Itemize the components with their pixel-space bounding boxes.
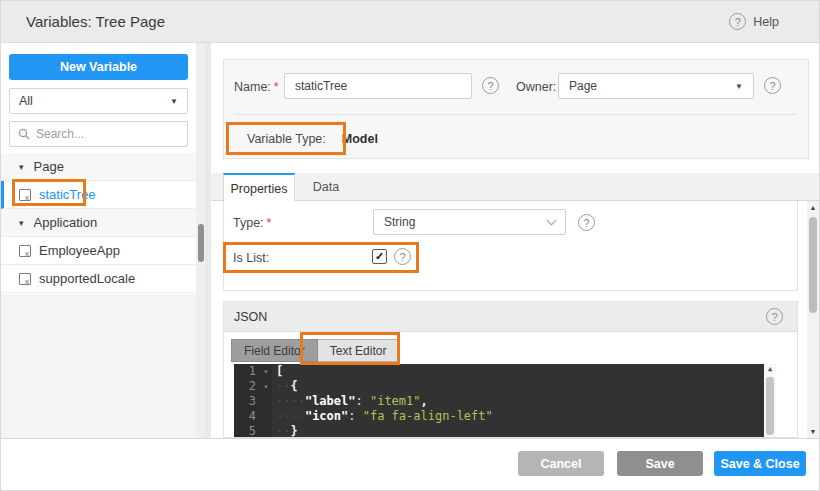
tree-item-label: staticTree — [39, 187, 96, 202]
form-divider — [234, 114, 796, 115]
search-icon — [18, 128, 30, 140]
help-label: Help — [753, 15, 779, 29]
code-line: 3····"label": "item1", — [234, 394, 776, 409]
json-header: JSON — [224, 302, 797, 332]
code-line: 5··} — [234, 424, 776, 438]
json-title: JSON — [234, 310, 267, 324]
model-variable-icon — [19, 273, 31, 285]
type-label: Type:* — [233, 216, 271, 230]
footer-action-bar: Cancel Save Save & Close — [1, 438, 820, 491]
tree-group-label: Application — [34, 215, 98, 230]
tree-group-application[interactable]: ▾ Application — [1, 209, 196, 237]
select-arrow-icon: ▼ — [170, 97, 178, 106]
owner-value: Page — [569, 79, 597, 93]
sidebar-scrollbar-thumb[interactable] — [198, 224, 204, 262]
editor-scroll-up-icon[interactable]: ▲ — [764, 365, 776, 373]
tree-group-label: Page — [34, 159, 64, 174]
caret-down-icon: ▾ — [19, 162, 24, 172]
caret-down-icon: ▾ — [19, 218, 24, 228]
tree-item-label: supportedLocale — [39, 271, 135, 286]
variable-form-panel: Name:* ? Owner:* Page ▼ ? Variable Type:… — [223, 59, 809, 159]
search-input[interactable] — [36, 127, 179, 141]
type-select[interactable]: String — [373, 209, 566, 235]
tree-item-label: EmployeeApp — [39, 243, 120, 258]
fold-caret-icon[interactable]: ▾ — [260, 379, 272, 394]
type-help-icon[interactable]: ? — [578, 214, 595, 231]
tree-item-employeeapp[interactable]: EmployeeApp — [1, 237, 196, 265]
tree-item-statictree[interactable]: staticTree — [1, 181, 196, 209]
text-editor-button[interactable]: Text Editor — [318, 339, 400, 362]
code-line: 1▾[ — [234, 364, 776, 379]
help-question-icon: ? — [729, 13, 746, 30]
editor-scrollbar-track[interactable]: ▲ — [764, 364, 776, 438]
tab-properties-label: Properties — [231, 182, 288, 196]
owner-select[interactable]: Page ▼ — [558, 73, 754, 99]
name-label: Name:* — [234, 80, 279, 94]
name-input[interactable] — [284, 73, 472, 99]
required-marker: * — [267, 216, 272, 230]
save-and-close-button[interactable]: Save & Close — [714, 451, 806, 476]
new-variable-button[interactable]: New Variable — [9, 54, 188, 80]
owner-help-icon[interactable]: ? — [764, 77, 781, 94]
variables-dialog: Variables: Tree Page ? Help New Variable… — [0, 0, 820, 491]
json-help-icon[interactable]: ? — [766, 308, 783, 325]
owner-label: Owner:* — [516, 80, 564, 94]
variables-tree: ▾ Page staticTree ▾ Application Employee… — [1, 153, 196, 293]
sidebar-divider — [205, 43, 211, 438]
model-variable-icon — [19, 189, 31, 201]
editor-mode-toggle: Field Editor Text Editor — [231, 339, 399, 362]
content-scrollbar-thumb[interactable] — [809, 217, 817, 313]
variable-filter-select[interactable]: All ▼ — [9, 88, 188, 114]
select-arrow-icon: ▼ — [735, 82, 743, 91]
tab-bar: Properties Data — [211, 173, 820, 201]
cancel-button[interactable]: Cancel — [518, 451, 604, 476]
save-button[interactable]: Save — [617, 451, 703, 476]
is-list-label: Is List: — [233, 251, 269, 265]
filter-value: All — [19, 94, 33, 108]
code-line: 2▾··{ — [234, 379, 776, 394]
dialog-header: Variables: Tree Page ? Help — [1, 1, 820, 43]
sidebar-content: New Variable All ▼ ▾ Page static — [1, 43, 196, 294]
required-marker: * — [274, 80, 279, 94]
line-number: 5 — [234, 424, 260, 438]
line-number: 2 — [234, 379, 260, 394]
editor-scrollbar-thumb[interactable] — [766, 377, 774, 435]
page-title: Variables: Tree Page — [26, 13, 165, 30]
variable-type-label: Variable Type: — [247, 132, 326, 146]
search-box — [9, 121, 188, 147]
code-line: 4····"icon": "fa fa-align-left" — [234, 409, 776, 424]
variable-type-row: Variable Type: Model — [238, 125, 378, 153]
model-variable-icon — [19, 245, 31, 257]
line-number: 3 — [234, 394, 260, 409]
json-code-editor[interactable]: 1▾[ 2▾··{ 3····"label": "item1", 4····"i… — [234, 364, 776, 438]
line-number: 4 — [234, 409, 260, 424]
tab-data[interactable]: Data — [295, 173, 357, 201]
line-number: 1 — [234, 364, 260, 379]
tree-group-page[interactable]: ▾ Page — [1, 153, 196, 181]
fold-caret-icon[interactable]: ▾ — [260, 364, 272, 379]
is-list-help-icon[interactable]: ? — [394, 248, 411, 265]
type-value: String — [384, 215, 415, 229]
tree-item-supportedlocale[interactable]: supportedLocale — [1, 265, 196, 293]
is-list-checkbox[interactable]: ✓ — [372, 249, 387, 264]
variables-sidebar: New Variable All ▼ ▾ Page static — [1, 43, 211, 438]
help-link[interactable]: ? Help — [729, 13, 779, 30]
json-section: JSON ? Field Editor Text Editor 1▾[ 2▾··… — [223, 301, 798, 438]
content-scrollbar-track[interactable]: ▲ ▼ — [807, 201, 819, 438]
scroll-up-icon[interactable]: ▲ — [807, 204, 819, 211]
name-help-icon[interactable]: ? — [482, 77, 499, 94]
chevron-down-icon — [547, 216, 557, 226]
field-editor-button[interactable]: Field Editor — [231, 339, 318, 362]
scroll-down-icon[interactable]: ▼ — [807, 428, 819, 435]
tab-properties[interactable]: Properties — [223, 173, 295, 202]
tab-data-label: Data — [313, 180, 339, 194]
variable-type-value: Model — [342, 132, 378, 146]
